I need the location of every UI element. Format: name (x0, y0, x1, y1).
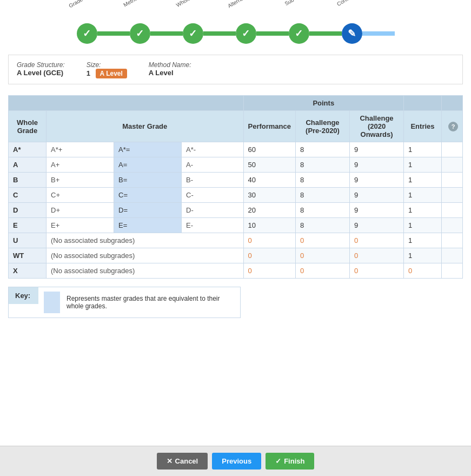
th-challenge-pre: Challenge (Pre-2020) (296, 111, 350, 142)
connector-4 (256, 31, 289, 36)
cell-entries: 1 (404, 233, 442, 248)
cell-challenge-on: 0 (350, 263, 404, 279)
step-container: Grade Structure ✓ Method Name ✓ Whole Gr… (77, 10, 395, 44)
grade-table-body: A* A*+ A*= A*- 60 8 9 1 A A+ A= A- 50 8 … (9, 142, 463, 279)
connector-5 (309, 31, 342, 36)
cancel-label: Cancel (175, 457, 198, 465)
cell-empty (442, 157, 463, 173)
cell-master3: B- (182, 173, 243, 188)
cell-master3: C- (182, 188, 243, 203)
cell-master2: E= (114, 218, 182, 233)
th-empty (9, 96, 244, 111)
cell-challenge-on: 9 (350, 173, 404, 188)
cell-challenge-on: 9 (350, 203, 404, 218)
page-wrapper: Grade Structure ✓ Method Name ✓ Whole Gr… (0, 0, 471, 476)
cell-entries: 1 (404, 218, 442, 233)
cell-master1: B+ (47, 173, 114, 188)
info-method-name: Method Name: A Level (149, 61, 191, 77)
size-badge: A Level (96, 69, 127, 78)
cell-whole-grade: U (9, 233, 47, 248)
connector-2 (150, 31, 183, 36)
cell-master2: D= (114, 203, 182, 218)
cell-performance: 30 (243, 188, 295, 203)
cell-master2: A*= (114, 142, 182, 157)
step-method-name: Method Name ✓ (130, 10, 150, 44)
finish-button[interactable]: ✓ Finish (266, 453, 314, 470)
grade-structure-label: Grade Structure: (17, 61, 65, 69)
size-value: 1 A Level (87, 69, 127, 78)
grade-table: Points Whole Grade Master Grade Performa… (8, 95, 463, 279)
help-icon[interactable]: ? (448, 122, 458, 131)
th-performance: Performance (243, 111, 295, 142)
step-grade-structure-label: Grade Structure (68, 0, 103, 9)
cell-master1: C+ (47, 188, 114, 203)
cell-empty (442, 173, 463, 188)
cell-entries: 1 (404, 248, 442, 263)
cell-entries: 1 (404, 188, 442, 203)
cell-entries: 1 (404, 142, 442, 157)
cell-entries: 1 (404, 203, 442, 218)
key-color-box (44, 292, 60, 313)
cell-whole-grade: C (9, 188, 47, 203)
th-challenge-on: Challenge (2020 Onwards) (350, 111, 404, 142)
cell-master3: A- (182, 157, 243, 173)
cell-whole-grade: X (9, 263, 47, 279)
th-help-empty (442, 96, 463, 111)
cell-challenge-pre: 0 (296, 263, 350, 279)
cell-master1: D+ (47, 203, 114, 218)
cell-challenge-pre: 0 (296, 248, 350, 263)
connector-6 (362, 31, 395, 36)
cell-empty (442, 248, 463, 263)
cell-entries: 1 (404, 173, 442, 188)
cell-empty (442, 188, 463, 203)
cell-master-grade-no-sub: (No associated subgrades) (47, 233, 244, 248)
cell-performance: 10 (243, 218, 295, 233)
cell-master2: C= (114, 188, 182, 203)
step-sub-grades-circle: ✓ (289, 23, 309, 44)
cell-entries: 0 (404, 263, 442, 279)
step-confirmation: Confirmation ✎ (342, 10, 362, 44)
step-alt-values-label: Alternative Values (227, 0, 262, 9)
cell-whole-grade: A* (9, 142, 47, 157)
info-grade-structure: Grade Structure: A Level (GCE) (17, 61, 65, 77)
step-method-name-circle: ✓ (130, 23, 150, 44)
connector-3 (203, 31, 236, 36)
finish-checkmark-icon: ✓ (275, 457, 281, 465)
cell-challenge-on: 9 (350, 142, 404, 157)
cell-whole-grade: E (9, 218, 47, 233)
step-whole-grades-label: Whole Grades (174, 0, 209, 9)
step-grade-structure-circle: ✓ (77, 23, 97, 44)
main-content: Points Whole Grade Master Grade Performa… (0, 90, 471, 440)
cell-master2: A= (114, 157, 182, 173)
cell-empty (442, 142, 463, 157)
cell-challenge-pre: 8 (296, 188, 350, 203)
cell-master3: D- (182, 203, 243, 218)
step-sub-grades: Sub Grades ✓ (289, 10, 309, 44)
cell-empty (442, 203, 463, 218)
cell-master1: E+ (47, 218, 114, 233)
previous-button[interactable]: Previous (212, 453, 261, 470)
th-entries-empty (404, 96, 442, 111)
cell-challenge-pre: 8 (296, 142, 350, 157)
step-grade-structure: Grade Structure ✓ (77, 10, 97, 44)
cell-master3: A*- (182, 142, 243, 157)
cell-empty (442, 233, 463, 248)
cell-master1: A+ (47, 157, 114, 173)
cell-challenge-on: 9 (350, 157, 404, 173)
cell-empty (442, 218, 463, 233)
cell-whole-grade: WT (9, 248, 47, 263)
wizard-steps: Grade Structure ✓ Method Name ✓ Whole Gr… (0, 0, 471, 49)
cell-performance: 20 (243, 203, 295, 218)
key-section: Key: Represents master grades that are e… (8, 287, 241, 318)
method-name-value: A Level (149, 69, 191, 77)
footer: ✕ Cancel Previous ✓ Finish (0, 446, 471, 476)
connector-1 (97, 31, 130, 36)
step-sub-grades-label: Sub Grades (280, 0, 315, 9)
cancel-button[interactable]: ✕ Cancel (157, 453, 208, 470)
cancel-icon: ✕ (167, 457, 173, 465)
key-text: Represents master grades that are equiva… (67, 295, 235, 310)
previous-label: Previous (222, 457, 251, 465)
cell-challenge-pre: 8 (296, 157, 350, 173)
cell-challenge-pre: 0 (296, 233, 350, 248)
cell-challenge-on: 9 (350, 218, 404, 233)
